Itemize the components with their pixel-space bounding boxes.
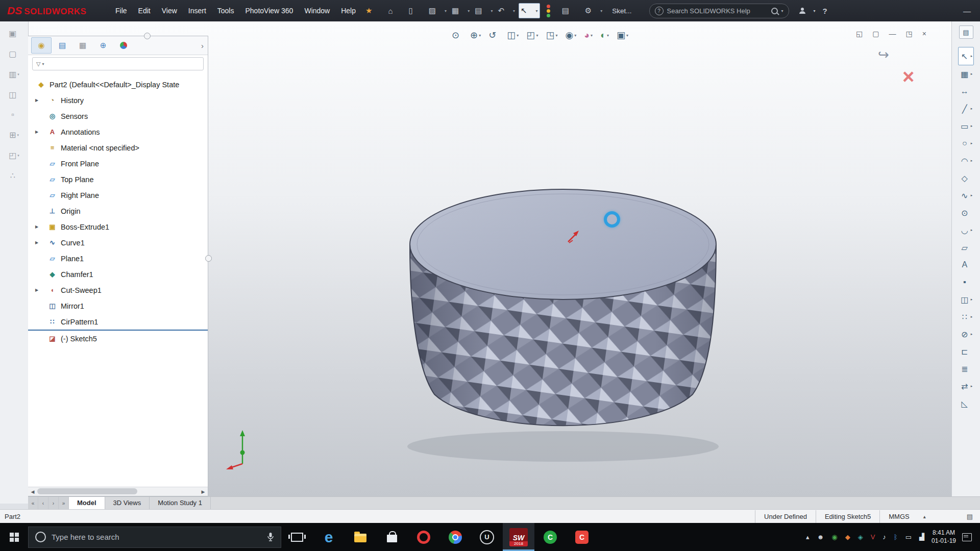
start-button[interactable] [0,523,28,551]
chevron-down-icon[interactable]: ▾ [491,9,493,13]
panel-splitter-handle[interactable] [144,33,151,39]
toolbar-button[interactable]: ⚙ ▾ [583,4,604,18]
tab-nav-button[interactable]: ‹ [38,497,48,510]
left-strip-tool[interactable]: ▥ ▾ [9,69,19,79]
expand-arrow-icon[interactable]: ▶ [35,224,38,229]
expand-arrow-icon[interactable]: ▶ [35,288,38,292]
left-strip-tool[interactable]: ◫ ▾ [9,90,19,99]
sketch-toolbar-button[interactable]: ╱ ▸ [960,100,973,117]
scroll-left-icon[interactable]: ◀ [28,489,37,494]
tray-icon[interactable]: ♪ [883,534,886,540]
sketch-toolbar-button[interactable]: ▪ ▸ [960,273,973,291]
chevron-down-icon[interactable]: ▾ [626,33,628,38]
sketch-toolbar-button[interactable]: ◫ ▸ [960,291,973,308]
toolbar-button[interactable]: ▦ ▾ [450,4,471,18]
scrollbar-track[interactable] [37,487,199,496]
toolbar-button[interactable]: ▯ ▾ [407,4,425,18]
heads-up-button[interactable]: ⊙ ▾ [452,30,462,41]
toolbar-button[interactable]: ↶ ▾ [496,4,517,18]
chevron-down-icon[interactable]: ▾ [513,9,515,13]
status-expand-icon[interactable]: ▤ [967,513,980,520]
chevron-down-icon[interactable]: ▾ [17,133,19,137]
expand-arrow-icon[interactable]: ▶ [35,240,38,245]
chevron-down-icon[interactable]: ▾ [591,33,593,38]
sketch-toolbar-button[interactable]: ↔ ▸ [960,83,973,100]
featuremanager-tab[interactable]: ⊕ [93,38,113,53]
exit-sketch-icon[interactable]: ↩ [878,47,889,63]
sketch-toolbar-button[interactable]: ◠ ▸ [960,152,973,169]
chevron-down-icon[interactable]: ▾ [555,33,557,38]
left-strip-tool[interactable]: ⊞ ▾ [9,130,19,140]
tree-item[interactable]: ▶ ▱ Top Plane [28,171,208,187]
help-search-box[interactable]: ? Search SOLIDWORKS Help ▾ [649,4,789,18]
taskbar-app[interactable] [408,523,439,551]
heads-up-button[interactable]: ◳ ▾ [546,30,557,41]
menu-item[interactable]: Edit [133,0,156,21]
tray-icon[interactable]: ◆ [845,534,850,540]
sketch-toolbar-button[interactable]: ⊏ ▸ [960,343,973,360]
tree-item[interactable]: ▶ ∿ Curve1 [28,235,208,251]
panel-tabs-chevron-icon[interactable]: › [201,41,204,50]
chevron-down-icon[interactable]: ▾ [574,33,576,38]
left-strip-tool[interactable]: ▢ ▾ [9,49,19,59]
chevron-down-icon[interactable]: ▾ [42,62,44,66]
knurled-cylinder-model[interactable] [380,151,745,469]
task-pane-toggle[interactable]: ▤ [959,26,973,39]
taskbar-app[interactable] [281,523,313,551]
pin-toolbar-icon[interactable]: ★ [365,6,372,15]
sketch-toolbar-button[interactable]: ⊘ ▸ [960,325,973,343]
featuremanager-tab[interactable]: ▤ [53,38,72,53]
window-control-button[interactable]: × [922,30,926,38]
tree-filter-box[interactable]: ▽ ▾ [32,57,204,70]
taskbar-app[interactable]: U [471,523,503,551]
heads-up-button[interactable]: ◕ ▾ [584,30,593,41]
tree-item[interactable]: ▶ ∷ CirPattern1 [28,314,208,331]
flyout-arrow-icon[interactable]: ▸ [971,332,973,336]
chevron-down-icon[interactable]: ▾ [600,9,602,13]
heads-up-button[interactable]: ◐ ▾ [600,30,609,41]
taskbar-app[interactable]: e [313,523,345,551]
sketch-toolbar-button[interactable]: A ▸ [960,256,973,273]
taskbar-search-box[interactable]: Type here to search [28,527,281,548]
flyout-arrow-icon[interactable]: ▸ [971,159,973,163]
action-center-icon[interactable] [962,533,972,541]
tree-item[interactable]: ▶ ◎ Sensors [28,108,208,124]
left-strip-tool[interactable]: ▣ ▾ [9,29,19,38]
chevron-down-icon[interactable]: ▾ [536,9,538,13]
tray-icon[interactable]: ☻ [817,534,824,540]
sketch-toolbar-button[interactable]: ∿ ▸ [960,187,973,204]
tray-icon[interactable]: ▴ [806,534,810,540]
sketch-toolbar-button[interactable]: ○ ▸ [960,135,973,152]
flyout-arrow-icon[interactable]: ▸ [971,141,973,145]
sketch-toolbar-button[interactable]: ◇ ▸ [960,169,973,187]
tray-icon[interactable]: ▭ [905,534,912,540]
tab-nav-button[interactable]: › [48,497,59,510]
expand-arrow-icon[interactable]: ▶ [35,130,38,134]
tree-item[interactable]: ▶ ≡ Material <not specified> [28,140,208,156]
menu-item[interactable]: Tools [212,0,240,21]
toolbar-button[interactable]: ▤ ▾ [560,4,581,18]
minimize-app-button[interactable]: — [963,7,971,15]
heads-up-button[interactable]: ◉ ▾ [565,30,576,41]
featuremanager-tab[interactable] [114,38,133,53]
document-tab[interactable]: Motion Study 1 [150,497,211,510]
microphone-icon[interactable] [267,532,274,542]
scroll-right-icon[interactable]: ▶ [199,489,208,494]
taskbar-app[interactable] [345,523,376,551]
taskbar-app[interactable] [376,523,408,551]
flyout-arrow-icon[interactable]: ▸ [971,72,973,76]
tree-item[interactable]: ▶ ◫ Mirror1 [28,298,208,314]
search-icon[interactable] [771,8,778,14]
tree-item[interactable]: ▶ ▱ Plane1 [28,251,208,266]
tab-nav-button[interactable]: « [28,497,38,510]
heads-up-button[interactable]: ◫ ▾ [507,30,519,41]
user-dropdown-icon[interactable]: ▾ [814,9,816,13]
tray-icon[interactable]: ◉ [831,534,837,540]
menu-item[interactable]: File [110,0,133,21]
menu-item[interactable]: PhotoView 360 [239,0,299,21]
tree-item[interactable]: ▶ ▣ Boss-Extrude1 [28,219,208,235]
sketch-toolbar-button[interactable]: ≣ ▸ [960,360,973,378]
tree-item[interactable]: ▶ ◖ Cut-Sweep1 [28,282,208,298]
toolbar-button[interactable]: ⌂ ▾ [386,4,405,18]
sketch-toolbar-button[interactable]: ▭ ▸ [960,117,973,135]
